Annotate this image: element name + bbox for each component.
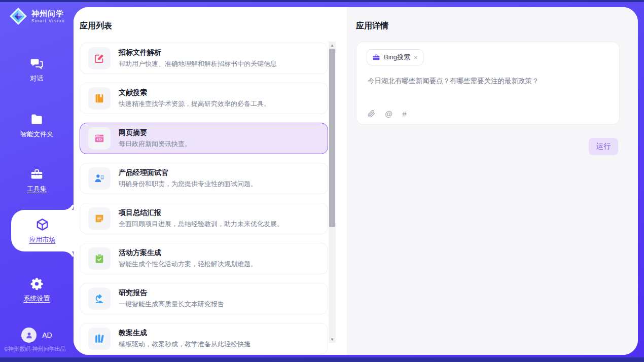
- main-content: 应用列表 招标文件解析 帮助用户快速、准确地理解和解析招标书中的关键信息 文献搜…: [74, 7, 638, 355]
- paperclip-icon[interactable]: [368, 110, 375, 118]
- logo-diamond-icon: [9, 7, 27, 25]
- scrollbar-thumb[interactable]: [329, 49, 335, 227]
- app-logo: 神州问学 Smart Vision: [9, 7, 70, 25]
- mention-icon[interactable]: @: [385, 110, 392, 118]
- app-card-desc: 模板驱动，教案秒成，教学准备从此轻松快捷: [119, 340, 251, 349]
- app-list-panel: 应用列表 招标文件解析 帮助用户快速、准确地理解和解析招标书中的关键信息 文献搜…: [74, 7, 347, 355]
- edit-icon: [94, 53, 105, 64]
- toolbox-icon: [30, 167, 44, 181]
- user-account[interactable]: AD: [0, 328, 74, 343]
- scroll-up-icon[interactable]: ▲: [329, 42, 336, 48]
- avatar: [21, 328, 37, 343]
- clipboard-check-icon: [94, 253, 105, 264]
- gear-icon: [30, 277, 44, 291]
- app-card[interactable]: 研究报告 一键智能生成高质量长文本研究报告: [80, 283, 328, 314]
- tool-tag-label: Bing搜索: [384, 53, 410, 62]
- sidebar-item-label: 对话: [30, 74, 44, 83]
- sidebar-item-label: 应用市场: [29, 235, 56, 244]
- app-card[interactable]: 活动方案生成 智能生成个性化活动方案，轻松解决规划难题。: [80, 243, 328, 274]
- app-icon-tile: [88, 167, 111, 190]
- app-card[interactable]: 项目总结汇报 全面回顾项目进展，总结经验教训，助力未来优化发展。: [80, 203, 328, 234]
- app-card[interactable]: 产品经理面试官 明确身份和职责，为您提供专业性的面试问题。: [80, 163, 328, 194]
- sidebar-item-settings[interactable]: 系统设置: [0, 277, 74, 303]
- sidebar-item-app-market[interactable]: 应用市场: [11, 210, 74, 251]
- sidebar-item-label: 系统设置: [24, 294, 50, 303]
- app-detail-title: 应用详情: [356, 21, 388, 31]
- app-detail-panel: 应用详情 Bing搜索 × 今日湖北有哪些新闻要点？有哪些需要关注的最新政策？ …: [347, 7, 638, 355]
- run-button[interactable]: 运行: [589, 138, 618, 155]
- user-icon: [25, 331, 33, 340]
- app-card-desc: 一键智能生成高质量长文本研究报告: [119, 300, 224, 309]
- app-icon-tile: [88, 247, 111, 270]
- app-card-title: 产品经理面试官: [119, 168, 257, 177]
- query-input[interactable]: 今日湖北有哪些新闻要点？有哪些需要关注的最新政策？: [368, 77, 609, 86]
- sidebar-item-label: 工具集: [27, 185, 47, 194]
- app-icon-tile: [88, 127, 111, 150]
- app-card[interactable]: 文献搜索 快速精准查找学术资源，提高研究效率的必备工具。: [80, 83, 328, 114]
- folder-icon: [30, 113, 44, 126]
- app-card-title: 活动方案生成: [119, 248, 257, 258]
- app-card-desc: 明确身份和职责，为您提供专业性的面试问题。: [119, 179, 257, 189]
- app-icon-tile: [88, 207, 111, 230]
- briefcase-icon: [372, 53, 380, 61]
- app-list-title: 应用列表: [80, 21, 112, 31]
- attachment-toolbar: @ #: [368, 110, 407, 118]
- app-card[interactable]: 教案生成 模板驱动，教案秒成，教学准备从此轻松快捷: [80, 323, 328, 354]
- sidebar-item-label: 智能文件夹: [20, 130, 53, 139]
- browser-icon: [94, 133, 105, 144]
- app-card[interactable]: 招标文件解析 帮助用户快速、准确地理解和解析招标书中的关键信息: [80, 43, 328, 74]
- brand-subtitle: Smart Vision: [31, 18, 65, 23]
- app-icon-tile: [88, 87, 111, 110]
- app-card-desc: 智能生成个性化活动方案，轻松解决规划难题。: [119, 260, 257, 269]
- app-icon-tile: [88, 287, 111, 310]
- brand-name: 神州问学: [31, 9, 65, 18]
- app-card-title: 项目总结汇报: [119, 208, 283, 218]
- app-card-desc: 全面回顾项目进展，总结经验教训，助力未来优化发展。: [119, 220, 283, 229]
- hashtag-icon[interactable]: #: [402, 110, 406, 118]
- app-card-list: 招标文件解析 帮助用户快速、准确地理解和解析招标书中的关键信息 文献搜索 快速精…: [80, 43, 328, 355]
- sidebar-item-smart-folders[interactable]: 智能文件夹: [0, 113, 74, 139]
- user-name: AD: [42, 331, 52, 339]
- app-card-desc: 帮助用户快速、准确地理解和解析招标书中的关键信息: [119, 59, 277, 68]
- app-card-title: 文献搜索: [119, 88, 270, 97]
- app-card[interactable]: 网页摘要 每日政府新闻资讯快查。: [80, 123, 328, 154]
- scroll-down-icon[interactable]: ▼: [329, 336, 336, 342]
- copyright-footer: ©神州数码·神州问学出品: [4, 345, 66, 353]
- scrollbar[interactable]: ▲ ▼: [329, 42, 336, 343]
- tag-close-icon[interactable]: ×: [414, 54, 418, 61]
- app-card-title: 网页摘要: [119, 128, 191, 137]
- sidebar-item-toolset[interactable]: 工具集: [0, 167, 74, 194]
- prompt-card: Bing搜索 × 今日湖北有哪些新闻要点？有哪些需要关注的最新政策？ @ #: [356, 42, 620, 125]
- app-icon-tile: [88, 328, 111, 350]
- book-icon: [94, 93, 105, 104]
- app-card-desc: 每日政府新闻资讯快查。: [119, 139, 191, 149]
- app-card-title: 研究报告: [119, 288, 224, 298]
- app-card-title: 招标文件解析: [119, 48, 277, 57]
- app-icon-tile: [88, 47, 111, 69]
- tool-tag-bing-search[interactable]: Bing搜索 ×: [367, 49, 423, 65]
- books-icon: [94, 333, 105, 344]
- app-card-desc: 快速精准查找学术资源，提高研究效率的必备工具。: [119, 99, 270, 108]
- cube-icon: [35, 218, 50, 232]
- sidebar-item-chat[interactable]: 对话: [0, 57, 74, 83]
- chat-icon: [30, 57, 44, 70]
- microscope-icon: [94, 293, 105, 304]
- person-icon: [94, 173, 105, 184]
- app-card-title: 教案生成: [119, 329, 251, 338]
- note-icon: [94, 213, 105, 224]
